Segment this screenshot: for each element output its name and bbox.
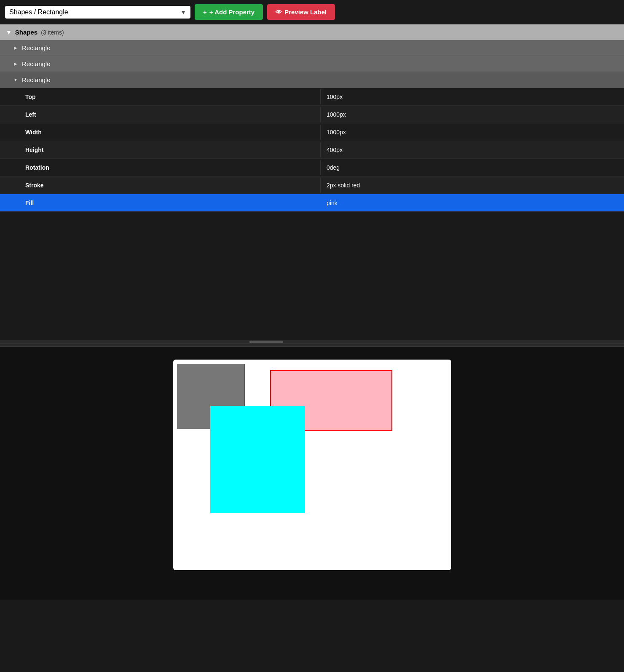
scrollbar-thumb[interactable] <box>249 341 283 343</box>
scrollbar-area[interactable] <box>0 340 624 344</box>
prop-value-height: 400px <box>320 142 624 157</box>
panel-divider <box>0 344 624 347</box>
prop-name-stroke: Stroke <box>0 178 320 193</box>
collapse-icon-1: ▶ <box>13 45 19 50</box>
prop-name-top: Top <box>0 89 320 104</box>
group-count: (3 items) <box>41 29 64 36</box>
app-header: Shapes / Rectangle ▼ + + Add Property 👁 … <box>0 0 624 24</box>
group-expand-icon: ▼ <box>6 29 12 36</box>
chevron-down-icon: ▼ <box>180 9 186 16</box>
property-row-fill[interactable]: Fill pink <box>0 194 624 212</box>
property-row-left[interactable]: Left 1000px <box>0 106 624 123</box>
prop-value-stroke: 2px solid red <box>320 178 624 193</box>
prop-value-top: 100px <box>320 89 624 104</box>
breadcrumb-dropdown[interactable]: Shapes / Rectangle ▼ <box>5 6 190 19</box>
property-row-top[interactable]: Top 100px <box>0 88 624 106</box>
tree-item-rectangle-3[interactable]: ▼ Rectangle <box>0 72 624 88</box>
prop-name-width: Width <box>0 125 320 140</box>
plus-icon: + <box>203 8 207 16</box>
prop-name-left: Left <box>0 107 320 122</box>
prop-value-fill: pink <box>320 195 624 211</box>
breadcrumb-text: Shapes / Rectangle <box>9 8 177 16</box>
eye-icon: 👁 <box>276 8 282 16</box>
prop-value-rotation: 0deg <box>320 160 624 175</box>
property-row-stroke[interactable]: Stroke 2px solid red <box>0 176 624 194</box>
shapes-group-header[interactable]: ▼ Shapes (3 items) <box>0 24 624 40</box>
collapse-icon-2: ▶ <box>13 61 19 66</box>
group-label: Shapes <box>15 29 37 36</box>
prop-name-rotation: Rotation <box>0 160 320 175</box>
tree-item-rectangle-1[interactable]: ▶ Rectangle <box>0 40 624 56</box>
prop-value-width: 1000px <box>320 125 624 140</box>
tree-item-label-1: Rectangle <box>22 44 51 51</box>
preview-label-button[interactable]: 👁 Preview Label <box>267 4 335 20</box>
top-panel: ▼ Shapes (3 items) ▶ Rectangle ▶ Rectang… <box>0 24 624 340</box>
prop-name-height: Height <box>0 142 320 157</box>
tree-item-label-3: Rectangle <box>22 76 51 83</box>
tree-item-label-2: Rectangle <box>22 60 51 67</box>
shape-cyan <box>210 406 305 513</box>
add-property-button[interactable]: + + Add Property <box>195 4 263 20</box>
prop-value-left: 1000px <box>320 107 624 122</box>
property-row-height[interactable]: Height 400px <box>0 141 624 159</box>
prop-name-fill: Fill <box>0 195 320 211</box>
preview-panel <box>0 347 624 600</box>
preview-canvas <box>173 360 451 570</box>
property-row-rotation[interactable]: Rotation 0deg <box>0 159 624 176</box>
expand-icon-3: ▼ <box>13 77 19 82</box>
property-row-width[interactable]: Width 1000px <box>0 123 624 141</box>
tree-item-rectangle-2[interactable]: ▶ Rectangle <box>0 56 624 72</box>
